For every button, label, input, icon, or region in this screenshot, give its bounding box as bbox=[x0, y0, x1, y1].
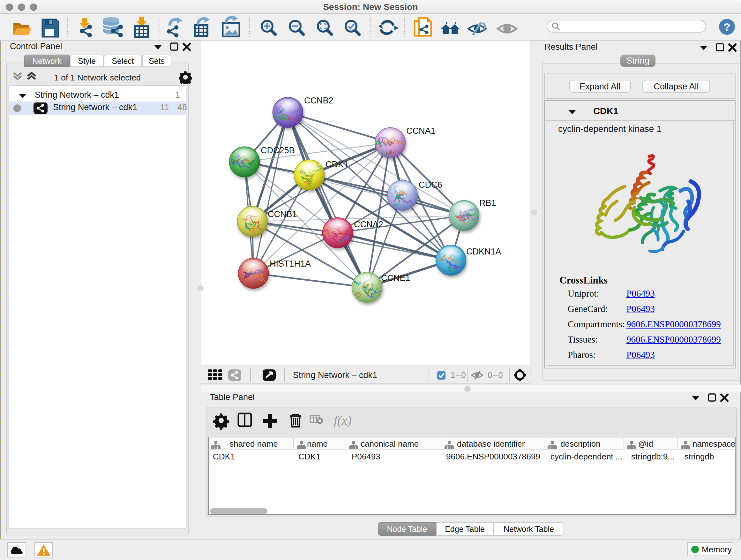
svg-text:CCNA1: CCNA1 bbox=[406, 126, 435, 136]
svg-text:CDC6: CDC6 bbox=[419, 180, 442, 190]
svg-text:CDK1: CDK1 bbox=[326, 160, 348, 169]
svg-text:0 – 0: 0 – 0 bbox=[488, 370, 503, 380]
svg-text:CCNB2: CCNB2 bbox=[304, 96, 333, 105]
svg-text:HIST1H1A: HIST1H1A bbox=[270, 259, 311, 268]
svg-text:CCNA2: CCNA2 bbox=[354, 220, 383, 229]
svg-text:CDC25B: CDC25B bbox=[261, 145, 295, 155]
svg-text:RB1: RB1 bbox=[479, 198, 496, 208]
svg-text:String Network – cdk1: String Network – cdk1 bbox=[293, 370, 377, 380]
svg-text:CDKN1A: CDKN1A bbox=[466, 247, 501, 256]
svg-text:CCNB1: CCNB1 bbox=[268, 209, 297, 219]
svg-text:f(x): f(x) bbox=[334, 413, 352, 428]
svg-text:CCNE1: CCNE1 bbox=[381, 273, 410, 283]
svg-text:?: ? bbox=[724, 21, 731, 33]
svg-text:1 – 0: 1 – 0 bbox=[451, 370, 466, 380]
